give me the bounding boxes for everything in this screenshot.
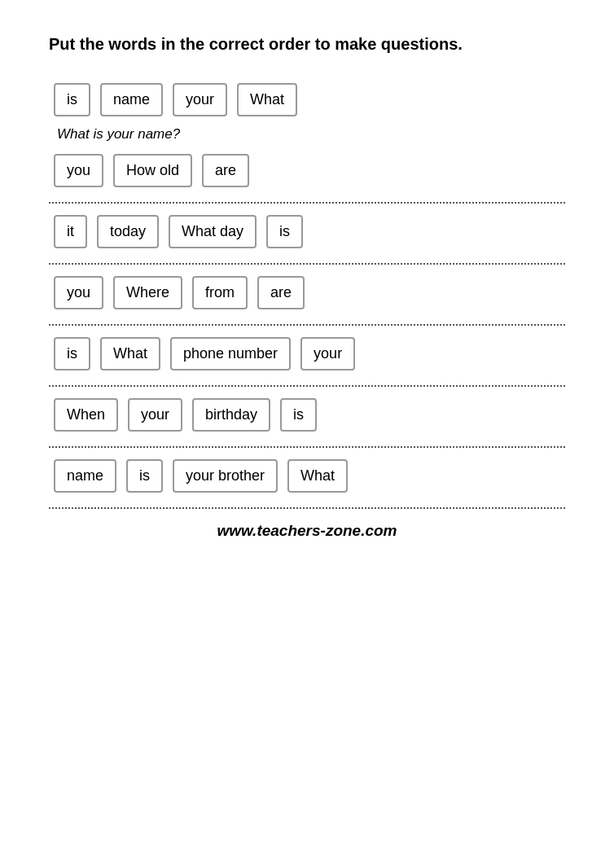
- word-card[interactable]: is: [266, 215, 303, 248]
- exercise-container: is name your What What is your name? you…: [49, 80, 565, 509]
- word-card[interactable]: today: [97, 215, 159, 248]
- word-card[interactable]: your: [300, 337, 355, 370]
- word-card[interactable]: your: [173, 83, 227, 116]
- word-row-4: you Where from are: [49, 273, 565, 313]
- word-card[interactable]: phone number: [170, 337, 291, 370]
- page-title: Put the words in the correct order to ma…: [49, 33, 565, 55]
- word-row-1: is name your What: [49, 80, 565, 120]
- word-card[interactable]: are: [257, 276, 305, 309]
- word-card[interactable]: is: [54, 337, 90, 370]
- word-card[interactable]: you: [54, 276, 103, 309]
- word-card[interactable]: What day: [169, 215, 257, 248]
- word-card[interactable]: your: [128, 398, 182, 432]
- word-card[interactable]: What: [100, 337, 160, 370]
- word-row-2: you How old are: [49, 151, 565, 191]
- word-card[interactable]: Where: [113, 276, 182, 309]
- dotted-divider: [49, 507, 565, 509]
- footer-link: www.teachers-zone.com: [49, 522, 565, 540]
- word-card[interactable]: How old: [113, 154, 192, 187]
- answer-row-1: What is your name?: [57, 126, 565, 142]
- word-card[interactable]: from: [192, 276, 248, 309]
- word-row-6: When your birthday is: [49, 395, 565, 435]
- dotted-divider: [49, 324, 565, 326]
- word-card[interactable]: is: [126, 459, 163, 493]
- word-card[interactable]: birthday: [192, 398, 270, 432]
- word-card[interactable]: is: [280, 398, 317, 432]
- word-card[interactable]: When: [54, 398, 118, 432]
- word-card[interactable]: it: [54, 215, 87, 248]
- dotted-divider: [49, 202, 565, 204]
- word-card[interactable]: What: [237, 83, 297, 116]
- word-card[interactable]: you: [54, 154, 103, 187]
- word-card[interactable]: your brother: [173, 459, 278, 493]
- word-row-5: is What phone number your: [49, 334, 565, 374]
- word-card[interactable]: is: [54, 83, 90, 116]
- word-card[interactable]: What: [287, 459, 348, 493]
- dotted-divider: [49, 385, 565, 387]
- dotted-divider: [49, 446, 565, 448]
- dotted-divider: [49, 263, 565, 265]
- word-card[interactable]: are: [202, 154, 249, 187]
- word-row-7: name is your brother What: [49, 456, 565, 496]
- word-card[interactable]: name: [54, 459, 116, 493]
- word-card[interactable]: name: [100, 83, 163, 116]
- word-row-3: it today What day is: [49, 212, 565, 252]
